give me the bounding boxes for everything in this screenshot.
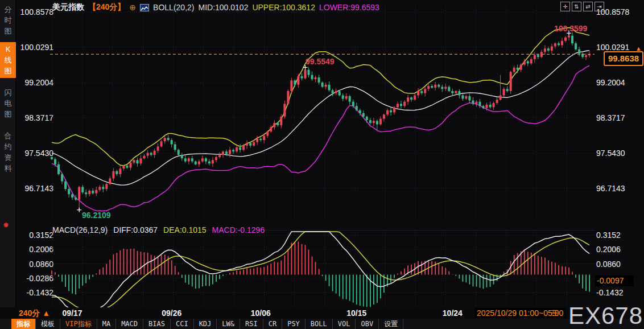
indicator-toolbar: 指标模板VIP指标MAMACDBIASCCIKDJLW&RSICRPSYBOLL… xyxy=(11,319,644,329)
toolbar-item-15[interactable]: 设置 xyxy=(379,319,403,329)
macd-macd-value: MACD:-0.1296 xyxy=(212,225,265,235)
menu-icon[interactable]: ☰ xyxy=(551,309,559,318)
boll-upper-value: UPPER:100.3612 xyxy=(252,3,315,12)
axis-horizontal-icon[interactable]: ⇄ xyxy=(583,2,593,11)
move-icon[interactable]: ✛ xyxy=(560,2,570,11)
macd-dea-value: DEA:0.1015 xyxy=(163,225,207,235)
x-axis-date: 09/26 xyxy=(162,309,181,318)
price-axis-label: 100.0291 xyxy=(596,43,642,52)
swing-high-annotation: 99.5549 xyxy=(306,57,335,66)
price-axis-label: 98.3717 xyxy=(596,113,642,122)
macd-last-value-badge: -0.0097 xyxy=(595,275,634,286)
x-axis-date: 09/17 xyxy=(63,309,82,318)
axis-shift-icon[interactable]: ⇥ xyxy=(595,2,604,11)
chart-header: 美元指数 【240分】 ⊕ BOLL(20,2) MID:100.0102 UP… xyxy=(52,2,379,13)
sidebar-tab-3[interactable]: 合 约 资 料 xyxy=(0,129,16,175)
toolbar-item-0[interactable]: 指标 xyxy=(11,319,36,329)
price-axis-label: 99.2004 xyxy=(596,78,642,87)
period-label[interactable]: 【240分】 xyxy=(88,2,125,13)
toolbar-item-10[interactable]: CR xyxy=(263,319,282,329)
price-axis-label: 96.7143 xyxy=(17,184,53,193)
toolbar-item-1[interactable]: 模板 xyxy=(36,319,60,329)
macd-axis-label: 0.3152 xyxy=(17,231,53,240)
toolbar-item-4[interactable]: MACD xyxy=(116,319,143,329)
toolbar-item-7[interactable]: KDJ xyxy=(194,319,217,329)
watermark-logo: EX678 xyxy=(568,304,643,328)
toolbar-item-13[interactable]: VOL xyxy=(333,319,356,329)
chart-tool-buttons: ✛⇅⇄⇥ xyxy=(560,2,604,11)
macd-diff-value: DIFF:0.0367 xyxy=(113,225,158,235)
boll-mid-value: MID:100.0102 xyxy=(198,3,248,12)
high-price-annotation: 100.3599 xyxy=(554,24,587,33)
macd-header: MACD(26,12,9) DIFF:0.0367 DEA:0.1015 MAC… xyxy=(52,225,265,235)
price-axis-label: 100.8578 xyxy=(17,7,53,17)
toolbar-item-3[interactable]: MA xyxy=(97,319,116,329)
x-axis-date: 10/06 xyxy=(251,309,271,318)
macd-axis-label: -0.0286 xyxy=(17,274,53,283)
chart-type-sidebar: ✸ 分 时 图K 线 图闪 电 图合 约 资 料 xyxy=(0,0,16,329)
toolbar-item-11[interactable]: PSY xyxy=(282,319,306,329)
period-selector[interactable]: 240分 ▲ xyxy=(19,309,50,319)
macd-axis-label: -0.1432 xyxy=(17,288,53,297)
macd-axis-label: 0.0860 xyxy=(17,260,53,269)
symbol-name: 美元指数 xyxy=(52,2,84,13)
toolbar-item-8[interactable]: LW& xyxy=(217,319,240,329)
app-window: ✸ 分 时 图K 线 图闪 电 图合 约 资 料 美元指数 【240分】 ⊕ B… xyxy=(0,0,644,329)
price-axis-label: 96.7143 xyxy=(596,184,642,193)
last-price-badge: 99.8638 xyxy=(604,51,643,66)
toolbar-item-5[interactable]: BIAS xyxy=(143,319,171,329)
toolbar-item-9[interactable]: RSI xyxy=(240,319,263,329)
macd-title: MACD(26,12,9) xyxy=(52,225,108,235)
sidebar-tab-1[interactable]: K 线 图 xyxy=(0,42,16,78)
x-axis-date: 10/15 xyxy=(346,309,366,318)
macd-axis-label: -0.1432 xyxy=(596,288,642,297)
boll-label: BOLL(20,2) xyxy=(153,3,194,12)
axis-vertical-icon[interactable]: ⇅ xyxy=(572,2,581,11)
macd-axis-label: 0.0860 xyxy=(596,260,642,269)
price-axis-label: 97.5430 xyxy=(17,149,53,158)
price-axis-label: 100.0291 xyxy=(17,43,53,52)
add-circle-icon[interactable]: ⊕ xyxy=(129,3,136,12)
toolbar-item-6[interactable]: CCI xyxy=(171,319,194,329)
price-axis-label: 99.2004 xyxy=(17,78,53,87)
macd-axis-label: 0.3152 xyxy=(596,231,642,240)
toolbar-item-2[interactable]: VIP指标 xyxy=(60,319,97,329)
candlestick-chart[interactable] xyxy=(50,6,595,224)
boll-lower-value: LOWER:99.6593 xyxy=(319,3,379,12)
sidebar-tab-2[interactable]: 闪 电 图 xyxy=(0,85,16,121)
macd-axis-label: 0.2006 xyxy=(596,245,642,254)
alert-icon[interactable]: ✸ xyxy=(3,221,9,229)
price-up-arrow-icon: ▲ xyxy=(635,45,642,52)
toolbar-item-14[interactable]: OBV xyxy=(356,319,379,329)
x-axis-date: 10/24 xyxy=(443,309,463,318)
toolbar-item-12[interactable]: BOLL xyxy=(306,319,333,329)
low-price-annotation: 96.2109 xyxy=(82,211,111,220)
sidebar-tab-0[interactable]: 分 时 图 xyxy=(0,2,16,38)
x-axis-row: 240分 ▲ 09/1709/2610/0610/1510/24 2025/10… xyxy=(0,307,644,319)
price-axis-label: 97.5430 xyxy=(596,149,642,158)
macd-axis-label: 0.2006 xyxy=(17,245,53,254)
price-axis-label: 98.3717 xyxy=(17,113,53,122)
chart-icon[interactable] xyxy=(140,4,149,11)
macd-chart[interactable] xyxy=(50,230,595,311)
